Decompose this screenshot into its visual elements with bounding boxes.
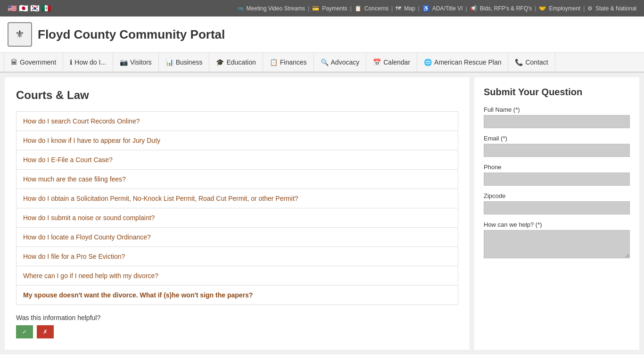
input-zipcode[interactable]	[484, 201, 630, 214]
site-header: ⚜ Floyd County Community Portal	[0, 16, 644, 53]
top-link-bids[interactable]: Bids, RFP's & RFQ's	[480, 5, 532, 12]
page-layout: Courts & Law How do I search Court Recor…	[0, 73, 644, 354]
finances-icon: 📋	[270, 58, 278, 66]
faq-link-6[interactable]: How do I submit a noise or sound complai…	[23, 214, 155, 222]
top-link-employment[interactable]: Employment	[549, 5, 580, 12]
language-flags[interactable]: 🇺🇸 🇯🇵 🇰🇷 🇲🇽	[8, 4, 51, 13]
contact-icon: 📞	[515, 58, 523, 66]
label-zipcode: Zipcode	[484, 192, 630, 199]
faq-item-6[interactable]: How do I submit a noise or sound complai…	[16, 208, 458, 228]
nav-item-how-do-i[interactable]: ℹ How do I...	[63, 53, 113, 72]
main-content: Courts & Law How do I search Court Recor…	[5, 77, 470, 350]
label-fullname: Full Name (*)	[484, 106, 630, 113]
input-fullname[interactable]	[484, 115, 630, 128]
label-message: How can we help? (*)	[484, 221, 630, 228]
top-bar: 🇺🇸 🇯🇵 🇰🇷 🇲🇽 📹 Meeting Video Streams | 💳 …	[0, 0, 644, 16]
faq-item-7[interactable]: How do I locate a Floyd County Ordinance…	[16, 227, 458, 247]
top-link-icon-3: 📋	[355, 5, 362, 12]
top-link-payments[interactable]: Payments	[322, 5, 347, 12]
howdoi-icon: ℹ	[70, 58, 72, 66]
sidebar: Submit Your Question Full Name (*) Email…	[474, 77, 639, 350]
nav-item-government[interactable]: 🏛 Government	[4, 53, 63, 72]
faq-link-9[interactable]: Where can I go if I need help with my di…	[23, 272, 158, 280]
form-group-email: Email (*)	[484, 135, 630, 157]
faq-link-10[interactable]: My spouse doesn't want the divorce. What…	[23, 291, 253, 299]
site-logo: ⚜ Floyd County Community Portal	[8, 22, 225, 47]
top-link-icon-5: ♿	[422, 5, 429, 12]
logo-icon: ⚜	[15, 28, 25, 41]
input-phone[interactable]	[484, 173, 630, 186]
helpful-buttons: ✓ ✗	[16, 325, 458, 338]
faq-link-8[interactable]: How do I file for a Pro Se Eviction?	[23, 253, 125, 260]
arp-icon: 🌐	[424, 58, 432, 66]
page-title: Courts & Law	[16, 89, 458, 102]
faq-item-5[interactable]: How do I obtain a Solicitation Permit, N…	[16, 189, 458, 208]
faq-item-3[interactable]: How do I E-File a Court Case?	[16, 150, 458, 170]
top-link-map[interactable]: Map	[404, 5, 415, 12]
faq-item-2[interactable]: How do I know if I have to appear for Ju…	[16, 131, 458, 150]
top-link-ada[interactable]: ADA/Title VI	[432, 5, 463, 12]
input-email[interactable]	[484, 144, 630, 157]
nav-item-advocacy[interactable]: 🔍 Advocacy	[314, 53, 367, 72]
faq-link-5[interactable]: How do I obtain a Solicitation Permit, N…	[23, 195, 298, 202]
faq-link-2[interactable]: How do I know if I have to appear for Ju…	[23, 137, 160, 144]
top-link-concerns[interactable]: Concerns	[364, 5, 388, 12]
top-link-meeting[interactable]: Meeting Video Streams	[247, 5, 305, 12]
flag-kr-icon[interactable]: 🇰🇷	[30, 4, 40, 13]
business-icon: 📊	[165, 58, 173, 66]
visitors-icon: 📷	[120, 58, 128, 66]
nav-item-calendar[interactable]: 📅 Calendar	[366, 53, 417, 72]
label-email: Email (*)	[484, 135, 630, 142]
nav-item-finances[interactable]: 📋 Finances	[263, 53, 314, 72]
top-link-icon-1: 📹	[237, 5, 244, 12]
form-group-fullname: Full Name (*)	[484, 106, 630, 128]
helpful-yes-button[interactable]: ✓	[16, 325, 33, 338]
flag-mx-icon[interactable]: 🇲🇽	[41, 4, 51, 13]
faq-link-3[interactable]: How do I E-File a Court Case?	[23, 156, 113, 164]
main-nav: 🏛 Government ℹ How do I... 📷 Visitors 📊 …	[0, 53, 644, 73]
nav-item-education[interactable]: 🎓 Education	[209, 53, 263, 72]
top-nav-links: 📹 Meeting Video Streams | 💳 Payments | 📋…	[237, 5, 636, 12]
site-title: Floyd County Community Portal	[38, 27, 225, 42]
faq-item-9[interactable]: Where can I go if I need help with my di…	[16, 266, 458, 286]
faq-link-7[interactable]: How do I locate a Floyd County Ordinance…	[23, 233, 151, 241]
top-link-state[interactable]: State & National	[595, 5, 636, 12]
nav-item-arp[interactable]: 🌐 American Rescue Plan	[417, 53, 508, 72]
advocacy-icon: 🔍	[321, 58, 329, 66]
flag-us-icon[interactable]: 🇺🇸	[8, 4, 17, 13]
faq-item-8[interactable]: How do I file for a Pro Se Eviction?	[16, 247, 458, 266]
flag-jp-icon[interactable]: 🇯🇵	[19, 4, 28, 13]
nav-item-visitors[interactable]: 📷 Visitors	[113, 53, 159, 72]
education-icon: 🎓	[216, 58, 224, 66]
faq-item-4[interactable]: How much are the case filing fees?	[16, 169, 458, 189]
nav-item-business[interactable]: 📊 Business	[159, 53, 210, 72]
faq-link-4[interactable]: How much are the case filing fees?	[23, 175, 126, 183]
faq-item-10[interactable]: My spouse doesn't want the divorce. What…	[16, 285, 458, 305]
faq-list: How do I search Court Records Online? Ho…	[16, 111, 458, 305]
helpful-section: Was this information helpful? ✓ ✗	[16, 314, 458, 338]
form-group-zipcode: Zipcode	[484, 192, 630, 214]
form-group-message: How can we help? (*)	[484, 221, 630, 260]
top-link-icon-4: 🗺	[396, 5, 401, 12]
top-link-icon-6: 📢	[470, 5, 477, 12]
government-icon: 🏛	[11, 58, 17, 66]
label-phone: Phone	[484, 164, 630, 171]
form-group-phone: Phone	[484, 164, 630, 186]
logo-image: ⚜	[8, 22, 32, 47]
top-link-icon-2: 💳	[312, 5, 319, 12]
nav-item-contact[interactable]: 📞 Contact	[508, 53, 555, 72]
top-link-icon-7: 🤝	[539, 5, 546, 12]
helpful-no-button[interactable]: ✗	[37, 325, 54, 338]
sidebar-title: Submit Your Question	[484, 87, 630, 98]
faq-link-1[interactable]: How do I search Court Records Online?	[23, 117, 140, 125]
faq-item-1[interactable]: How do I search Court Records Online?	[16, 111, 458, 131]
top-link-icon-8: ⚙	[587, 5, 593, 12]
helpful-label: Was this information helpful?	[16, 314, 100, 321]
input-message[interactable]	[484, 230, 630, 258]
calendar-icon: 📅	[373, 58, 381, 66]
